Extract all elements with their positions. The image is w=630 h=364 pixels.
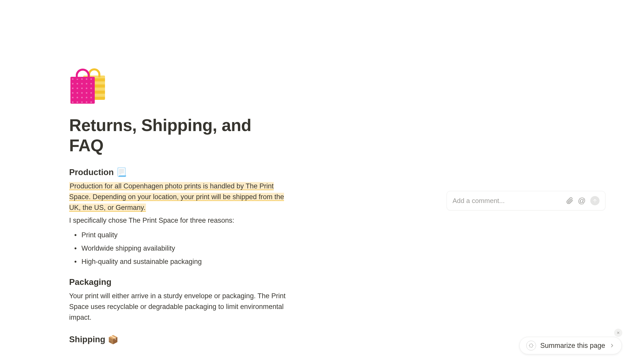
- page-title[interactable]: Returns, Shipping, and FAQ: [69, 115, 289, 156]
- mention-icon[interactable]: @: [578, 196, 586, 205]
- comment-actions: @: [566, 196, 600, 205]
- highlighted-text: Production for all Copenhagen photo prin…: [69, 182, 284, 212]
- production-reasons-list: Print quality Worldwide shipping availab…: [69, 229, 289, 269]
- shopping-bags-icon: [68, 64, 109, 105]
- section-heading-shipping[interactable]: Shipping 📦: [69, 335, 289, 345]
- summarize-label: Summarize this page: [540, 342, 605, 350]
- list-item[interactable]: Print quality: [81, 229, 289, 242]
- section-heading-packaging[interactable]: Packaging: [69, 277, 289, 287]
- list-item[interactable]: Worldwide shipping availability: [81, 242, 289, 255]
- receipt-icon: 📃: [116, 167, 127, 177]
- heading-text: Shipping: [69, 335, 105, 344]
- page-content: Returns, Shipping, and FAQ Production 📃 …: [0, 0, 359, 345]
- page-icon[interactable]: [68, 64, 289, 110]
- list-item[interactable]: High-quality and sustainable packaging: [81, 255, 289, 269]
- section-heading-production[interactable]: Production 📃: [69, 167, 289, 177]
- chevron-right-icon: [609, 343, 615, 348]
- attach-icon[interactable]: [566, 197, 573, 204]
- production-intro-text[interactable]: I specifically chose The Print Space for…: [69, 215, 289, 226]
- comment-input[interactable]: [453, 197, 566, 205]
- summarize-button[interactable]: Summarize this page: [519, 337, 622, 354]
- production-highlighted-paragraph[interactable]: Production for all Copenhagen photo prin…: [69, 181, 289, 213]
- close-button[interactable]: [614, 329, 622, 337]
- ai-sparkle-icon: [526, 341, 536, 350]
- submit-comment-button[interactable]: [590, 196, 600, 205]
- comment-box: @: [447, 191, 605, 210]
- heading-text: Packaging: [69, 277, 111, 287]
- packaging-body-text[interactable]: Your print will either arrive in a sturd…: [69, 291, 289, 323]
- heading-text: Production: [69, 167, 114, 177]
- package-icon: 📦: [108, 335, 118, 345]
